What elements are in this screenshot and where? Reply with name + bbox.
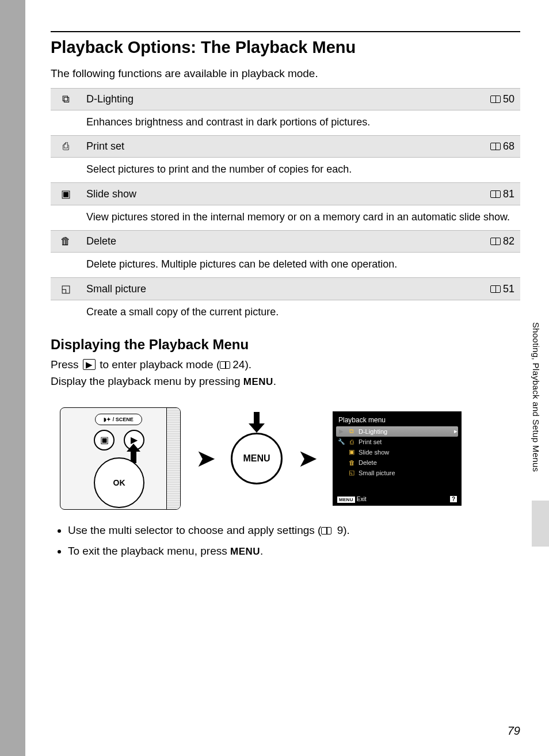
page-title: Playback Options: The Playback Menu [51,38,520,57]
option-header-row: ⎙Print set68 [51,136,520,158]
screen-menu-item: ◱Small picture [336,468,458,478]
lcd-screen: Playback menu ▶⧉D-Lighting▸🔧⎙Print set▣S… [333,411,462,506]
option-desc: Create a small copy of the current pictu… [81,300,520,326]
option-icon: ⧉ [51,89,81,110]
bullet-item: To exit the playback menu, press MENU. [68,542,520,560]
screen-menu-item: ▣Slide show [336,447,458,457]
diagram: ◗✦ / SCENE ▣ ▶ OK ➤ MENU ➤ Playback menu… [60,407,520,510]
option-desc-row: Create a small copy of the current pictu… [51,300,520,326]
options-table: ⧉D-Lighting50Enhances brightness and con… [51,88,520,325]
option-desc: View pictures stored in the internal mem… [81,205,520,231]
option-header-row: ◱Small picture51 [51,278,520,300]
side-label: Shooting, Playback and Setup Menus [531,322,541,472]
book-icon [490,285,501,293]
book-icon [220,361,230,369]
screen-exit: MENUExit [337,496,366,502]
intro-text: The following functions are available in… [51,67,520,80]
option-desc: Select pictures to print and the number … [81,158,520,183]
option-desc-row: Enhances brightness and contrast in dark… [51,110,520,136]
option-icon: ◱ [51,278,81,300]
option-page: 68 [473,136,520,158]
side-tab [532,501,549,547]
option-desc: Delete pictures. Multiple pictures can b… [81,253,520,278]
scene-dial-label: ◗✦ / SCENE [95,414,142,425]
option-icon: 🗑 [51,231,81,253]
svg-marker-1 [249,412,265,433]
arrow-right-icon: ➤ [298,444,318,472]
screen-menu-title: Playback menu [336,416,458,424]
option-name: Print set [81,136,473,158]
help-icon: ? [450,496,457,502]
option-name: Slide show [81,183,473,205]
option-page: 51 [473,278,520,300]
instruction-line-2: Display the playback menu by pressing ME… [51,373,520,390]
bullet-item: Use the multi selector to choose and app… [68,521,520,540]
page-number: 79 [508,724,520,738]
screen-menu-item: 🔧⎙Print set [336,437,458,447]
option-page: 81 [473,183,520,205]
ok-button: OK [94,457,144,508]
book-icon [490,238,501,245]
book-icon [321,527,331,534]
option-page: 82 [473,231,520,253]
option-desc: Enhances brightness and contrast in dark… [81,110,520,136]
book-icon [490,190,501,198]
option-name: D-Lighting [81,89,473,110]
subheading: Displaying the Playback Menu [51,337,520,353]
playback-icon: ▶ [83,359,96,370]
camera-mode-icon: ▣ [94,430,115,450]
option-header-row: ▣Slide show81 [51,183,520,205]
book-icon [490,96,501,103]
menu-button-illustration: MENU [231,433,283,484]
option-header-row: ⧉D-Lighting50 [51,89,520,110]
option-name: Small picture [81,278,473,300]
option-name: Delete [81,231,473,253]
option-icon: ▣ [51,183,81,205]
screen-menu-item: ▶⧉D-Lighting▸ [336,426,458,437]
option-desc-row: Select pictures to print and the number … [51,158,520,183]
option-page: 50 [473,89,520,110]
option-desc-row: View pictures stored in the internal mem… [51,205,520,231]
arrow-right-icon: ➤ [196,444,216,472]
bullet-list: Use the multi selector to choose and app… [68,521,520,561]
option-icon: ⎙ [51,136,81,158]
camera-illustration: ◗✦ / SCENE ▣ ▶ OK [60,407,181,510]
book-icon [490,143,501,150]
instruction-line-1: Press ▶ to enter playback mode (24). [51,356,520,373]
option-header-row: 🗑Delete82 [51,231,520,253]
down-arrow-icon [249,412,265,433]
option-desc-row: Delete pictures. Multiple pictures can b… [51,253,520,278]
screen-menu-item: 🗑Delete [336,457,458,468]
menu-label: MENU [243,376,273,387]
